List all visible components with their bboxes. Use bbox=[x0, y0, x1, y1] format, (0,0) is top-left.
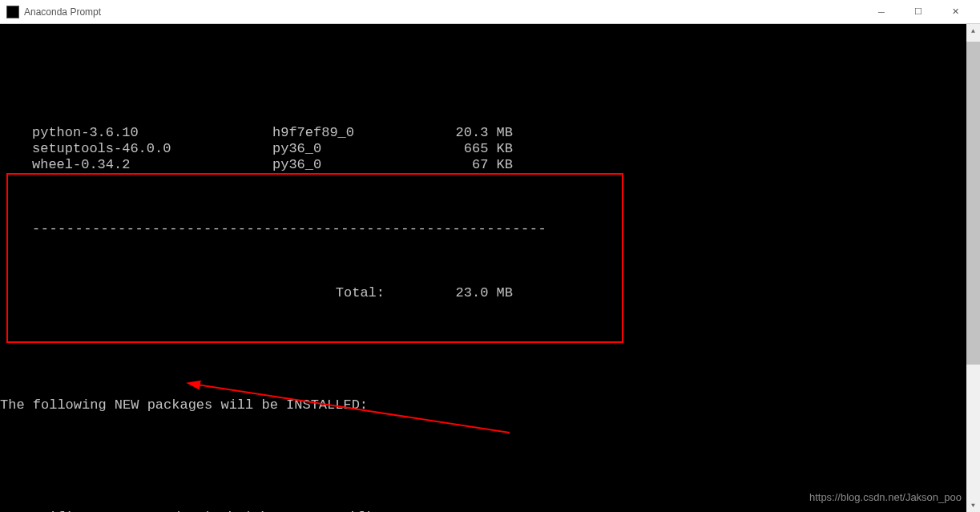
pkg-size: 67 KB bbox=[417, 157, 521, 173]
terminal-wrap: python-3.6.10h9f7ef89_020.3 MBsetuptools… bbox=[0, 24, 980, 512]
scroll-up-button[interactable]: ▲ bbox=[966, 24, 980, 38]
pkg-build: py36_0 bbox=[272, 157, 417, 173]
scrollbar[interactable]: ▲ ▼ bbox=[966, 24, 980, 512]
pkg-size: 20.3 MB bbox=[417, 125, 521, 141]
dash-line: ----------------------------------------… bbox=[32, 221, 546, 237]
close-button[interactable]: ✕ bbox=[937, 0, 974, 24]
top-package-row: wheel-0.34.2py36_067 KB bbox=[0, 157, 966, 173]
pkg-name: python-3.6.10 bbox=[32, 125, 272, 141]
install-header: The following NEW packages will be INSTA… bbox=[0, 397, 966, 413]
scroll-down-button[interactable]: ▼ bbox=[966, 498, 980, 512]
pkg-build: py36_0 bbox=[272, 141, 417, 157]
total-row: Total: 23.0 MB bbox=[0, 285, 966, 301]
top-package-row: python-3.6.10h9f7ef89_020.3 MB bbox=[0, 125, 966, 141]
window-title: Anaconda Prompt bbox=[24, 6, 863, 18]
total-label: Total: bbox=[272, 285, 417, 301]
terminal[interactable]: python-3.6.10h9f7ef89_020.3 MBsetuptools… bbox=[0, 24, 966, 512]
pkg-name: setuptools-46.0.0 bbox=[32, 141, 272, 157]
app-icon bbox=[6, 6, 19, 18]
total-size: 23.0 MB bbox=[417, 285, 521, 301]
scroll-track[interactable] bbox=[966, 38, 980, 498]
pkg-size: 665 KB bbox=[417, 141, 521, 157]
watermark: https://blog.csdn.net/Jakson_poo bbox=[809, 490, 962, 506]
pkg-name: wheel-0.34.2 bbox=[32, 157, 272, 173]
pkg-build: h9f7ef89_0 bbox=[272, 125, 417, 141]
maximize-button[interactable]: ☐ bbox=[900, 0, 937, 24]
highlight-box bbox=[6, 173, 623, 343]
titlebar: Anaconda Prompt ─ ☐ ✕ bbox=[0, 0, 980, 24]
top-package-row: setuptools-46.0.0py36_0665 KB bbox=[0, 141, 966, 157]
scroll-thumb[interactable] bbox=[966, 42, 980, 365]
minimize-button[interactable]: ─ bbox=[863, 0, 900, 24]
